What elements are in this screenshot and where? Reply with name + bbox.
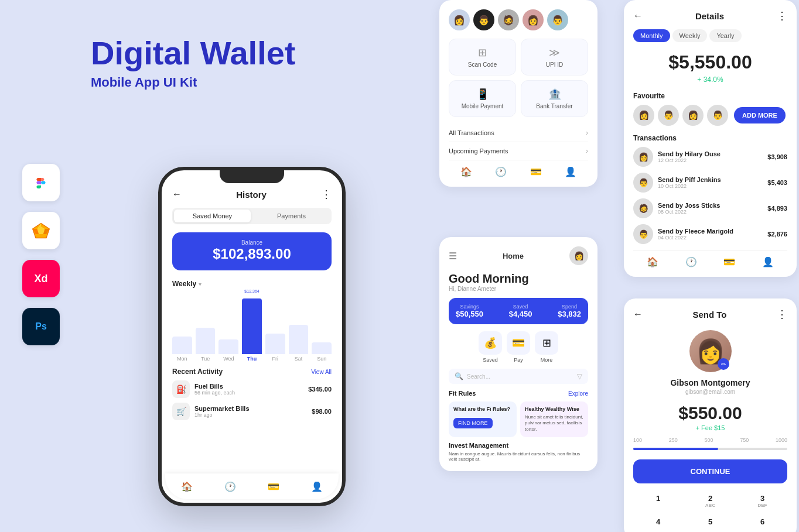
- chart-col-sun: Sun: [312, 342, 332, 362]
- mid-clock-icon[interactable]: 🕐: [495, 166, 507, 177]
- trans-date-2: 08 Oct 2022: [658, 209, 763, 215]
- bar-sat: [289, 325, 309, 354]
- phone-inner: ← History ⋮ Saved Money Payments Balance…: [162, 170, 342, 503]
- tab-monthly[interactable]: Monthly: [633, 29, 670, 42]
- weekly-row: Weekly ▾: [172, 280, 332, 288]
- rbn-card-icon[interactable]: 💳: [723, 256, 735, 267]
- tab-payments[interactable]: Payments: [253, 210, 330, 222]
- spend-label: Spend: [558, 304, 581, 310]
- action-more[interactable]: ⊞ More: [535, 331, 558, 363]
- find-more-button[interactable]: FIND MORE: [453, 418, 493, 428]
- saved-label: Saved: [509, 304, 532, 310]
- trans-name-0: Send by Hilary Ouse: [658, 150, 763, 157]
- tab-yearly[interactable]: Yearly: [709, 29, 741, 42]
- upcoming-payments-row[interactable]: Upcoming Payments ›: [449, 142, 588, 160]
- trans-avatar-2: 🧔: [633, 198, 653, 218]
- trans-date-1: 10 Oct 2022: [658, 183, 763, 189]
- ps-icon[interactable]: Ps: [22, 308, 60, 345]
- key-3[interactable]: 3 DEF: [737, 490, 787, 512]
- home-avatar: 👩: [569, 246, 588, 265]
- day-thu: Thu: [247, 356, 257, 362]
- weekly-chevron: ▾: [199, 281, 202, 287]
- phone-header: ← History ⋮: [172, 188, 332, 201]
- amount-slider-track[interactable]: [633, 448, 787, 450]
- send-edit-badge[interactable]: ✏: [718, 358, 729, 370]
- details-card: ← Details ⋮ Monthly Weekly Yearly $5,550…: [624, 0, 797, 277]
- search-row[interactable]: 🔍 Search... ▽: [449, 369, 588, 384]
- fav-avatar-3: 👩: [682, 105, 704, 126]
- saved-icon: 💰: [479, 331, 502, 355]
- key-2[interactable]: 2 ABC: [685, 490, 735, 512]
- rbn-home-icon[interactable]: 🏠: [647, 256, 658, 267]
- quick-upi-id[interactable]: ≫ UPI ID: [521, 39, 588, 75]
- trans-avatar-1: 👨: [633, 173, 653, 193]
- nav-home-icon[interactable]: 🏠: [181, 481, 193, 492]
- chart-col-wed: Wed: [218, 339, 238, 362]
- trans-info-0: Send by Hilary Ouse 12 Oct 2022: [658, 150, 763, 163]
- action-pay[interactable]: 💳 Pay: [507, 331, 530, 363]
- detail-title: Details: [695, 11, 724, 21]
- phone-bottom-nav: 🏠 🕐 💳 👤: [165, 473, 339, 499]
- fit-cards-row: What are the Fi Rules? FIND MORE Healthy…: [449, 401, 588, 437]
- nav-wallet-icon[interactable]: 💳: [268, 481, 279, 492]
- avatar-1: 👩: [449, 9, 470, 30]
- sketch-icon[interactable]: [22, 212, 60, 249]
- slider-val-250: 250: [669, 437, 678, 443]
- trans-name-2: Send by Joss Sticks: [658, 202, 763, 209]
- bar-sun: [312, 342, 332, 354]
- activity-supermarket: 🛒 Supermarket Bills 1hr ago $98.00: [172, 403, 332, 420]
- send-back-icon[interactable]: ←: [633, 309, 643, 320]
- weekly-label: Weekly: [172, 280, 196, 288]
- back-icon[interactable]: ←: [172, 189, 182, 200]
- figma-icon[interactable]: [22, 164, 60, 201]
- action-saved[interactable]: 💰 Saved: [479, 331, 502, 363]
- fuel-name: Fuel Bills: [194, 383, 303, 390]
- mid-home-icon[interactable]: 🏠: [460, 166, 472, 177]
- slider-val-100: 100: [633, 437, 642, 443]
- trans-amount-3: $2,876: [767, 231, 787, 238]
- tab-weekly[interactable]: Weekly: [672, 29, 708, 42]
- all-transactions-row[interactable]: All Transactions ›: [449, 124, 588, 142]
- send-more-icon[interactable]: ⋮: [777, 308, 787, 321]
- day-sat: Sat: [295, 356, 303, 362]
- bar-chart: Mon Tue Wed $12,364 Thu: [172, 294, 332, 364]
- search-icon: 🔍: [455, 372, 463, 380]
- mid-card-icon[interactable]: 💳: [530, 166, 542, 177]
- key-1[interactable]: 1: [633, 490, 683, 512]
- nav-profile-icon[interactable]: 👤: [311, 481, 323, 492]
- supermarket-time: 1hr ago: [194, 412, 307, 418]
- filter-icon[interactable]: ▽: [577, 372, 582, 380]
- quick-mobile-payment[interactable]: 📱 Mobile Payment: [449, 80, 516, 117]
- rbn-person-icon[interactable]: 👤: [762, 256, 774, 267]
- favourite-row: 👩 👨 👩 👨 ADD MORE: [633, 105, 787, 126]
- tab-saved-money[interactable]: Saved Money: [174, 210, 251, 222]
- xd-icon[interactable]: Xd: [22, 260, 60, 297]
- rbn-clock-icon[interactable]: 🕐: [685, 256, 697, 267]
- explore-button[interactable]: Explore: [568, 390, 588, 397]
- hi-name-text: Hi, Dianne Ameter: [449, 286, 588, 292]
- key-4[interactable]: 4: [633, 514, 683, 530]
- hero-subtitle: Mobile App UI Kit: [91, 75, 372, 90]
- mid-person-icon[interactable]: 👤: [565, 166, 576, 177]
- key-6[interactable]: 6: [737, 514, 787, 530]
- add-more-button[interactable]: ADD MORE: [734, 107, 786, 123]
- supermarket-name: Supermarket Bills: [194, 405, 307, 412]
- more-icon[interactable]: ⋮: [321, 188, 332, 201]
- xd-label: Xd: [34, 273, 47, 285]
- trans-0: 👩 Send by Hilary Ouse 12 Oct 2022 $3,908: [633, 147, 787, 167]
- trans-info-1: Send by Piff Jenkins 10 Oct 2022: [658, 176, 763, 189]
- continue-button[interactable]: CONTINUE: [633, 459, 787, 483]
- upi-id-label: UPI ID: [546, 61, 563, 68]
- quick-scan-code[interactable]: ⊞ Scan Code: [449, 39, 516, 75]
- ps-label: Ps: [35, 321, 47, 332]
- key-5[interactable]: 5: [685, 514, 735, 530]
- view-all-link[interactable]: View All: [311, 369, 332, 375]
- invest-text: Nam in congue augue. Mauris tincidunt cu…: [449, 451, 588, 462]
- day-mon: Mon: [177, 356, 187, 362]
- hamburger-icon[interactable]: ☰: [449, 250, 457, 262]
- detail-back-icon[interactable]: ←: [633, 11, 643, 21]
- detail-more-icon[interactable]: ⋮: [777, 9, 787, 22]
- quick-bank-transfer[interactable]: 🏦 Bank Transfer: [521, 80, 588, 117]
- nav-history-icon[interactable]: 🕐: [224, 481, 236, 492]
- send-title: Send To: [692, 310, 726, 320]
